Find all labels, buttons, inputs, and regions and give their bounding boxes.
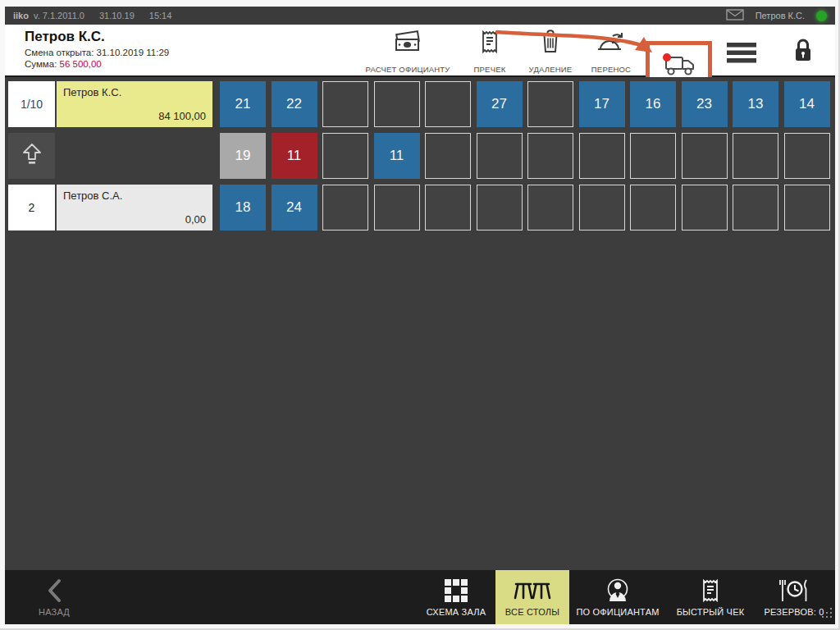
banknotes-icon bbox=[393, 30, 422, 54]
header: Петров К.С. Смена открыта: 31.10.2019 11… bbox=[5, 25, 835, 77]
table-tile-empty[interactable] bbox=[477, 133, 523, 179]
toolbar-label: УДАЛЕНИЕ bbox=[529, 65, 573, 74]
tab-quick-check[interactable]: БЫСТРЫЙ ЧЕК bbox=[666, 570, 755, 624]
table-tile-14[interactable]: 14 bbox=[784, 81, 830, 127]
table-tile-empty[interactable] bbox=[322, 133, 368, 179]
table-tile-empty[interactable] bbox=[374, 81, 420, 127]
table-tile-empty[interactable] bbox=[527, 133, 573, 179]
table-tile-22[interactable]: 22 bbox=[272, 81, 317, 127]
table-tile-empty[interactable] bbox=[425, 81, 471, 127]
back-label: НАЗАД bbox=[39, 607, 70, 617]
table-tile-empty[interactable] bbox=[682, 133, 728, 179]
lock-button[interactable] bbox=[778, 33, 828, 74]
main-area: 1/10 Петров К.С. 84 100,00 2 bbox=[5, 77, 835, 570]
table-tile-24[interactable]: 24 bbox=[272, 185, 317, 231]
table-tile-11[interactable]: 11 bbox=[374, 133, 420, 179]
online-status-indicator bbox=[816, 11, 827, 21]
table-tile-23[interactable]: 23 bbox=[682, 81, 728, 127]
app-logo: iiko bbox=[13, 11, 29, 21]
tab-label: СХЕМА ЗАЛА bbox=[427, 607, 486, 617]
order-number: 1/10 bbox=[8, 81, 55, 127]
sum-value: 56 500,00 bbox=[60, 59, 102, 69]
iiko-pos-window: iiko v. 7.1.2011.0 31.10.19 15:14 Петров… bbox=[5, 7, 835, 624]
current-user[interactable]: Петров К.С. bbox=[756, 11, 805, 21]
tab-all-tables[interactable]: ВСЕ СТОЛЫ bbox=[495, 570, 569, 624]
table-tile-empty[interactable] bbox=[527, 81, 573, 127]
table-tile-empty[interactable] bbox=[784, 133, 830, 179]
table-tile-empty[interactable] bbox=[425, 185, 471, 231]
delete-button[interactable]: УДАЛЕНИЕ bbox=[518, 30, 583, 74]
waiter-info: Петров К.С. Смена открыта: 31.10.2019 11… bbox=[25, 29, 169, 70]
tables-grid: 21222717162313141911111824 bbox=[220, 81, 830, 231]
table-tile-empty[interactable] bbox=[425, 133, 471, 179]
table-tile-empty[interactable] bbox=[733, 133, 778, 179]
precheck-button[interactable]: ПРЕЧЕК bbox=[461, 30, 518, 74]
trash-icon bbox=[540, 30, 561, 54]
order-waiter-name: Петров С.А. bbox=[63, 189, 206, 202]
transfer-dish-icon bbox=[596, 30, 626, 54]
waiter-icon bbox=[605, 578, 631, 603]
table-tile-18[interactable]: 18 bbox=[220, 185, 266, 231]
table-tile-empty[interactable] bbox=[579, 185, 625, 231]
tab-label: РЕЗЕРВОВ: 0 bbox=[764, 607, 824, 617]
menu-button[interactable] bbox=[717, 36, 766, 72]
receipt-icon bbox=[480, 30, 500, 54]
order-row-1[interactable]: 1/10 Петров К.С. 84 100,00 bbox=[8, 81, 212, 127]
table-tile-empty[interactable] bbox=[322, 185, 368, 231]
table-tile-17[interactable]: 17 bbox=[579, 81, 625, 127]
order-card: Петров С.А. 0,00 bbox=[57, 185, 212, 231]
transfer-button[interactable]: ПЕРЕНОС bbox=[578, 30, 644, 74]
table-tile-empty[interactable] bbox=[477, 185, 523, 231]
pager-up-button[interactable] bbox=[8, 133, 55, 179]
tab-label: ПО ОФИЦИАНТАМ bbox=[576, 607, 659, 617]
order-number: 2 bbox=[8, 185, 55, 231]
tab-label: БЫСТРЫЙ ЧЕК bbox=[677, 607, 745, 617]
order-row-2[interactable]: 2 Петров С.А. 0,00 bbox=[8, 185, 212, 231]
arrow-up-icon bbox=[21, 143, 43, 169]
notification-dot bbox=[663, 53, 671, 62]
screen: iiko v. 7.1.2011.0 31.10.19 15:14 Петров… bbox=[0, 0, 840, 630]
table-tile-19[interactable]: 19 bbox=[220, 133, 266, 179]
resize-grip[interactable] bbox=[822, 607, 833, 622]
table-tile-13[interactable]: 13 bbox=[733, 81, 778, 127]
table-tile-empty[interactable] bbox=[374, 185, 420, 231]
table-tile-empty[interactable] bbox=[733, 185, 778, 231]
hamburger-menu-icon bbox=[726, 42, 757, 67]
sum-label: Сумма: bbox=[25, 59, 57, 69]
tab-floor-plan[interactable]: СХЕМА ЗАЛА bbox=[417, 570, 495, 624]
app-version: v. 7.1.2011.0 bbox=[34, 11, 84, 21]
titlebar: iiko v. 7.1.2011.0 31.10.19 15:14 Петров… bbox=[5, 7, 835, 25]
tab-label: ВСЕ СТОЛЫ bbox=[505, 607, 559, 617]
table-tile-empty[interactable] bbox=[527, 185, 573, 231]
table-tile-empty[interactable] bbox=[630, 185, 676, 231]
table-tile-empty[interactable] bbox=[322, 81, 368, 127]
titlebar-time: 15:14 bbox=[149, 11, 172, 21]
receipt-icon bbox=[701, 578, 720, 603]
envelope-icon[interactable] bbox=[726, 9, 744, 22]
tab-by-waiters[interactable]: ПО ОФИЦИАНТАМ bbox=[569, 570, 666, 624]
floor-plan-icon bbox=[444, 578, 468, 603]
table-tile-16[interactable]: 16 bbox=[630, 81, 676, 127]
table-tile-27[interactable]: 27 bbox=[477, 81, 523, 127]
reserve-clock-icon bbox=[778, 578, 810, 603]
table-tile-21[interactable]: 21 bbox=[220, 81, 266, 127]
waiter-payment-button[interactable]: РАСЧЕТ ОФИЦИАНТУ bbox=[354, 30, 461, 74]
table-tile-11[interactable]: 11 bbox=[272, 133, 317, 179]
table-tile-empty[interactable] bbox=[630, 133, 676, 179]
bottom-bar: НАЗАД СХЕМА ЗАЛА bbox=[5, 570, 835, 624]
titlebar-date: 31.10.19 bbox=[99, 11, 135, 21]
toolbar-label: РАСЧЕТ ОФИЦИАНТУ bbox=[365, 65, 450, 74]
toolbar-label: ПЕРЕНОС bbox=[591, 65, 631, 74]
back-button[interactable]: НАЗАД bbox=[16, 570, 92, 624]
order-waiter-name: Петров К.С. bbox=[63, 86, 206, 98]
order-amount: 84 100,00 bbox=[158, 110, 206, 122]
waiter-name: Петров К.С. bbox=[25, 29, 169, 45]
toolbar-label: ПРЕЧЕК bbox=[474, 65, 506, 74]
table-tile-empty[interactable] bbox=[579, 133, 625, 179]
table-tile-empty[interactable] bbox=[784, 185, 830, 231]
sum-line: Сумма: 56 500,00 bbox=[25, 58, 169, 70]
order-card-selected: Петров К.С. 84 100,00 bbox=[57, 81, 212, 127]
chevron-left-icon bbox=[45, 578, 63, 603]
shift-info: Смена открыта: 31.10.2019 11:29 bbox=[25, 47, 169, 58]
table-tile-empty[interactable] bbox=[682, 185, 728, 231]
